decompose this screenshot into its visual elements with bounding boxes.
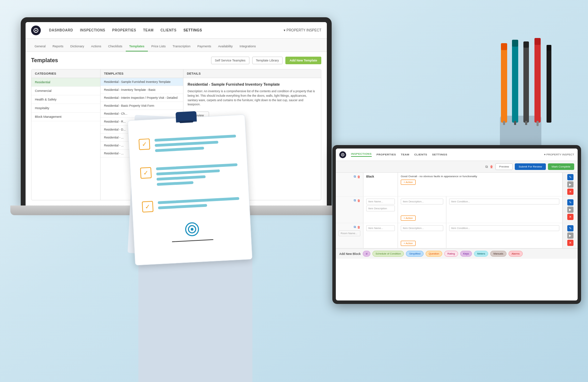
add-new-template-button[interactable]: Add New Template <box>285 57 321 64</box>
svg-rect-7 <box>512 41 518 123</box>
tab-templates[interactable]: Templates <box>126 42 148 51</box>
row3-copy-icon[interactable]: ⧉ <box>354 225 356 229</box>
row2-delete-icon-2[interactable]: ✕ <box>567 214 573 220</box>
form-row-3: ⧉ 🗑 Room Name... Item Name... Item Descr… <box>336 223 578 248</box>
tablet-nav-clients[interactable]: CLIENTS <box>414 153 427 156</box>
doc-clip <box>176 111 197 123</box>
room-name-input[interactable]: Room Name... <box>339 230 360 236</box>
tab-general[interactable]: General <box>31 42 49 51</box>
nav-properties[interactable]: PROPERTIES <box>112 28 136 32</box>
checklist-document: ✓ ✓ ✓ <box>127 114 253 265</box>
row2-media-icon[interactable]: ▶ <box>567 207 573 213</box>
row-delete-icon[interactable]: 🗑 <box>357 175 360 179</box>
tablet-nav-property-inspect[interactable]: ▾ PROPERTY INSPECT <box>544 153 574 156</box>
item-desc-input-3[interactable]: Item Description... <box>401 225 443 231</box>
app-navbar: DASHBOARD INSPECTIONS PROPERTIES TEAM CL… <box>26 22 327 39</box>
svg-rect-5 <box>523 41 529 48</box>
item-name-input-2[interactable]: Item Name... <box>366 199 395 204</box>
form-row-2: ⧉ 🗑 Item Name... Item Description Item D… <box>336 197 578 223</box>
action-btn-2[interactable]: + Action <box>401 216 416 221</box>
item-desc-input-2b[interactable]: Item Description... <box>401 199 443 204</box>
row2-edit-icon[interactable]: ✎ <box>567 199 573 206</box>
settings-tabs: General Reports Dictionary Actions Check… <box>26 39 327 52</box>
svg-rect-14 <box>547 45 551 50</box>
tablet-nav-inspections[interactable]: INSPECTIONS <box>351 152 372 157</box>
add-block-label: Add New Block <box>339 252 361 256</box>
tab-availability[interactable]: Availability <box>215 42 236 51</box>
tab-dictionary[interactable]: Dictionary <box>67 42 88 51</box>
row3-delete-icon-2[interactable]: ✕ <box>567 240 573 246</box>
tablet-nav-settings[interactable]: SETTINGS <box>432 153 447 156</box>
svg-rect-9 <box>514 121 516 125</box>
block-type-schedule[interactable]: Schedule of Condition <box>372 251 404 257</box>
tablet-nav-team[interactable]: TEAM <box>401 153 409 156</box>
self-service-button[interactable]: Self Service Teamples <box>211 57 249 64</box>
nav-inspections[interactable]: INSPECTIONS <box>80 28 105 32</box>
nav-team[interactable]: TEAM <box>143 28 153 32</box>
tab-actions[interactable]: Actions <box>88 42 105 51</box>
block-type-alarms[interactable]: Alarms <box>509 251 523 257</box>
add-block-bar: Add New Block d Schedule of Condition Si… <box>336 248 578 259</box>
nav-dashboard[interactable]: DASHBOARD <box>49 28 73 32</box>
template-item-1[interactable]: Residential - Inventory Template - Basic <box>101 86 183 94</box>
tablet-nav-properties[interactable]: PROPERTIES <box>377 153 396 156</box>
category-block-management[interactable]: Block Management <box>31 113 100 121</box>
tablet-submit-button[interactable]: Submit For Review <box>515 163 546 170</box>
tablet-navbar: INSPECTIONS PROPERTIES TEAM CLIENTS SETT… <box>336 149 578 161</box>
tab-integrations[interactable]: Integrations <box>236 42 259 51</box>
templates-list-header: Templates <box>101 69 183 78</box>
svg-rect-12 <box>503 121 505 125</box>
row3-delete-icon[interactable]: 🗑 <box>357 226 360 229</box>
block-type-simplified[interactable]: Simplified <box>406 251 424 257</box>
template-item-0[interactable]: Residential - Sample Furnished Inventory… <box>101 78 183 86</box>
row-copy-icon[interactable]: ⧉ <box>354 175 356 179</box>
checklist-row-2: ✓ <box>140 163 238 189</box>
app-logo <box>31 26 41 35</box>
row-delete-icon-2[interactable]: ✕ <box>567 189 573 195</box>
nav-property-inspect[interactable]: ▾ PROPERTY INSPECT <box>284 28 321 32</box>
nav-settings[interactable]: SETTINGS <box>183 28 202 32</box>
tab-payments[interactable]: Payments <box>194 42 215 51</box>
block-type-question[interactable]: Question <box>426 251 442 257</box>
details-header: Details <box>183 69 321 78</box>
categories-panel: Categories Residential Commercial Health… <box>31 69 101 200</box>
check-icon-1: ✓ <box>139 139 150 150</box>
category-commercial[interactable]: Commercial <box>31 87 100 95</box>
template-item-2[interactable]: Residential - Interim Inspection / Prope… <box>101 94 183 102</box>
tab-reports[interactable]: Reports <box>49 42 67 51</box>
condition-value: Good Overall - no obvious faults in appe… <box>401 175 559 178</box>
block-type-keys[interactable]: Keys <box>460 251 472 257</box>
row2-delete-icon[interactable]: 🗑 <box>357 199 360 202</box>
copy-icon[interactable]: ⧉ <box>485 165 488 169</box>
template-library-button[interactable]: Template Library <box>252 57 283 64</box>
row-edit-icon[interactable]: ✎ <box>567 174 573 180</box>
item-condition-input-2[interactable]: Item Condition... <box>449 199 559 204</box>
nav-clients[interactable]: CLIENTS <box>161 28 177 32</box>
tab-price-lists[interactable]: Price Lists <box>148 42 169 51</box>
row-media-icon[interactable]: ▶ <box>567 181 573 188</box>
item-condition-input-3[interactable]: Item Condition... <box>449 225 559 231</box>
category-residential[interactable]: Residential <box>31 78 100 87</box>
block-type-meters[interactable]: Meters <box>474 251 488 257</box>
item-name-input-3[interactable]: Item Name... <box>366 225 395 231</box>
block-type-manuals[interactable]: Manuals <box>490 251 506 257</box>
block-type-d[interactable]: d <box>363 251 370 257</box>
action-btn-1[interactable]: + Action <box>401 180 416 185</box>
item-desc-input-2[interactable]: Item Description <box>366 206 395 211</box>
tablet-complete-button[interactable]: Mark Complete <box>548 163 574 170</box>
tablet-preview-button[interactable]: Preview <box>495 163 513 170</box>
row3-media-icon[interactable]: ▶ <box>567 232 573 239</box>
tab-checklists[interactable]: Checklists <box>105 42 126 51</box>
block-type-rating[interactable]: Rating <box>444 251 458 257</box>
row2-copy-icon[interactable]: ⧉ <box>354 199 356 202</box>
svg-rect-4 <box>523 43 529 123</box>
tab-transcription[interactable]: Transcription <box>169 42 194 51</box>
category-health-safety[interactable]: Health & Safety <box>31 95 100 104</box>
action-btn-3[interactable]: + Action <box>401 241 416 246</box>
template-item-3[interactable]: Residential - Basic Property Visit Form <box>101 102 183 110</box>
row3-edit-icon[interactable]: ✎ <box>567 225 573 231</box>
category-hospitality[interactable]: Hospitality <box>31 104 100 113</box>
delete-icon[interactable]: 🗑 <box>490 165 493 169</box>
doc-line-bottom <box>172 239 214 242</box>
svg-rect-11 <box>501 43 507 50</box>
